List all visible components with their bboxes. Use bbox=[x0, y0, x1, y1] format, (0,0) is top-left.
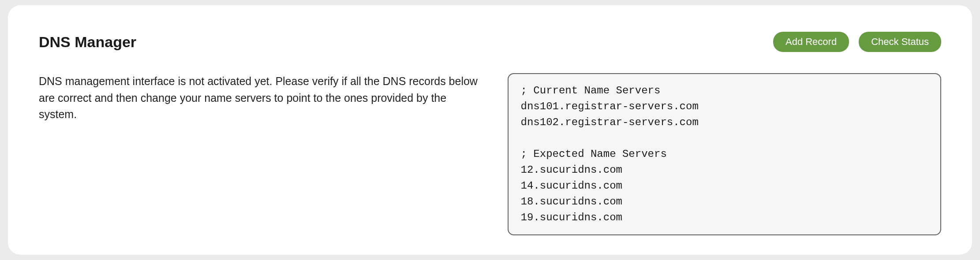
button-group: Add Record Check Status bbox=[773, 32, 941, 52]
name-servers-code-block: ; Current Name Servers dns101.registrar-… bbox=[508, 73, 941, 235]
header-row: DNS Manager Add Record Check Status bbox=[39, 32, 941, 52]
add-record-button[interactable]: Add Record bbox=[773, 32, 849, 52]
dns-manager-panel: DNS Manager Add Record Check Status DNS … bbox=[8, 5, 972, 255]
page-title: DNS Manager bbox=[39, 33, 136, 51]
code-column: ; Current Name Servers dns101.registrar-… bbox=[508, 73, 941, 235]
description-column: DNS management interface is not activate… bbox=[39, 73, 481, 123]
content-row: DNS management interface is not activate… bbox=[39, 73, 941, 235]
check-status-button[interactable]: Check Status bbox=[859, 32, 941, 52]
description-text: DNS management interface is not activate… bbox=[39, 73, 481, 123]
